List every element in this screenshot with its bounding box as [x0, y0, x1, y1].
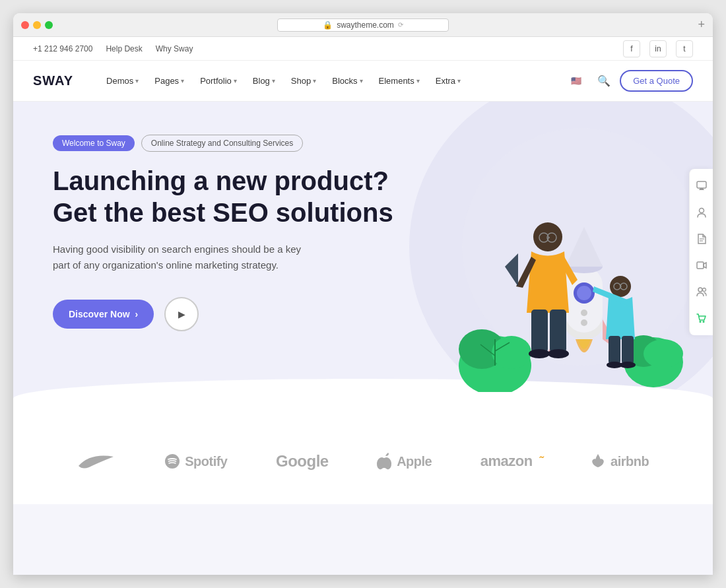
apple-logo: Apple	[377, 453, 432, 470]
why-sway-link[interactable]: Why Sway	[156, 44, 193, 53]
chevron-down-icon: ▾	[181, 77, 184, 84]
svg-rect-26	[609, 336, 620, 364]
svg-rect-21	[531, 310, 548, 352]
discover-now-button[interactable]: Discover Now ›	[53, 300, 154, 329]
svg-point-35	[700, 209, 704, 213]
chevron-down-icon: ▾	[234, 77, 237, 84]
nike-logo	[77, 451, 117, 471]
svg-point-33	[165, 454, 180, 469]
svg-point-39	[698, 288, 702, 292]
strategy-tag: Online Strategy and Consulting Services	[141, 135, 303, 152]
svg-point-15	[581, 310, 587, 316]
google-logo: Google	[276, 452, 329, 471]
chevron-down-icon: ▾	[135, 77, 139, 84]
svg-point-16	[581, 319, 587, 326]
user-profile-tool[interactable]	[690, 201, 713, 224]
hero-description: Having good visibility on search engines…	[53, 242, 304, 273]
play-icon: ▶	[178, 309, 185, 319]
dot-green[interactable]	[45, 21, 53, 29]
logos-section: Spotify Google Apple amazon ˜	[13, 418, 713, 504]
new-tab-button[interactable]: +	[698, 18, 705, 32]
nav-pages[interactable]: Pages ▾	[148, 72, 191, 90]
chevron-down-icon: ▾	[457, 77, 461, 84]
nav-elements[interactable]: Elements ▾	[372, 72, 426, 90]
linkedin-icon[interactable]: in	[649, 40, 667, 57]
browser-url-bar[interactable]: 🔒 swaytheme.com ⟳	[277, 18, 449, 32]
help-desk-link[interactable]: Help Desk	[106, 44, 142, 53]
svg-point-40	[703, 288, 706, 292]
svg-point-29	[620, 362, 636, 368]
phone-number: +1 212 946 2700	[33, 44, 92, 53]
nav-menu: Demos ▾ Pages ▾ Portfolio ▾ Blog ▾ Shop	[100, 72, 467, 90]
svg-point-24	[548, 349, 569, 358]
top-bar-right: f in t	[623, 40, 693, 57]
search-icon[interactable]: 🔍	[597, 75, 610, 87]
hero-title: Launching a new product? Get the best SE…	[53, 165, 396, 228]
url-text: swaytheme.com	[337, 20, 394, 30]
browser-dots	[21, 21, 53, 29]
top-bar-left: +1 212 946 2700 Help Desk Why Sway	[33, 44, 193, 53]
chevron-down-icon: ▾	[416, 77, 420, 84]
airbnb-logo: airbnb	[591, 453, 649, 470]
svg-rect-38	[697, 262, 704, 269]
site-logo[interactable]: SWAY	[33, 73, 73, 88]
hero-buttons: Discover Now › ▶	[53, 297, 396, 331]
chevron-down-icon: ▾	[360, 77, 363, 84]
chevron-down-icon: ▾	[272, 77, 275, 84]
svg-point-41	[700, 321, 702, 323]
nav-demos[interactable]: Demos ▾	[100, 72, 145, 90]
amazon-logo: amazon ˜	[480, 453, 543, 470]
hero-content: Welcome to Sway Online Strategy and Cons…	[53, 135, 396, 331]
right-sidebar	[689, 169, 713, 335]
svg-point-17	[533, 222, 562, 251]
welcome-tag: Welcome to Sway	[53, 135, 135, 151]
nav-right: 🇺🇸 🔍 Get a Quote	[564, 70, 693, 92]
hero-illustration	[409, 115, 686, 392]
hero-tags: Welcome to Sway Online Strategy and Cons…	[53, 135, 396, 152]
chevron-down-icon: ▾	[313, 77, 316, 84]
video-tool[interactable]	[690, 253, 713, 277]
top-bar: +1 212 946 2700 Help Desk Why Sway f in …	[13, 37, 713, 61]
arrow-right-icon: ›	[135, 309, 139, 319]
flag-icon[interactable]: 🇺🇸	[564, 72, 588, 90]
nav-blog[interactable]: Blog ▾	[246, 72, 282, 90]
play-button[interactable]: ▶	[164, 297, 199, 331]
svg-point-9	[644, 339, 683, 368]
team-tool[interactable]	[690, 280, 713, 304]
spotify-logo: Spotify	[165, 454, 227, 469]
browser-window: 🔒 swaytheme.com ⟳ + +1 212 946 2700 Help…	[13, 13, 713, 575]
nav-shop[interactable]: Shop ▾	[284, 72, 323, 90]
lock-icon: 🔒	[323, 20, 333, 30]
svg-point-3	[492, 336, 531, 369]
svg-point-42	[703, 321, 705, 323]
dot-yellow[interactable]	[33, 21, 41, 29]
website-content: +1 212 946 2700 Help Desk Why Sway f in …	[13, 37, 713, 575]
nav-blocks[interactable]: Blocks ▾	[325, 72, 369, 90]
svg-point-23	[529, 349, 550, 358]
hero-section: Welcome to Sway Online Strategy and Cons…	[13, 102, 713, 418]
facebook-icon[interactable]: f	[623, 40, 640, 57]
chat-tool[interactable]	[690, 174, 713, 198]
main-nav: SWAY Demos ▾ Pages ▾ Portfolio ▾ Blog ▾	[13, 61, 713, 102]
nav-extra[interactable]: Extra ▾	[429, 72, 467, 90]
nav-portfolio[interactable]: Portfolio ▾	[193, 72, 244, 90]
svg-rect-22	[550, 310, 566, 352]
svg-rect-27	[622, 336, 634, 364]
get-quote-button[interactable]: Get a Quote	[620, 70, 693, 92]
browser-titlebar: 🔒 swaytheme.com ⟳ +	[13, 13, 713, 37]
twitter-icon[interactable]: t	[676, 40, 693, 57]
cart-tool[interactable]	[690, 306, 713, 330]
svg-rect-34	[697, 181, 706, 188]
svg-point-14	[577, 286, 591, 300]
document-tool[interactable]	[690, 227, 713, 251]
refresh-icon: ⟳	[398, 21, 403, 28]
dot-red[interactable]	[21, 21, 29, 29]
